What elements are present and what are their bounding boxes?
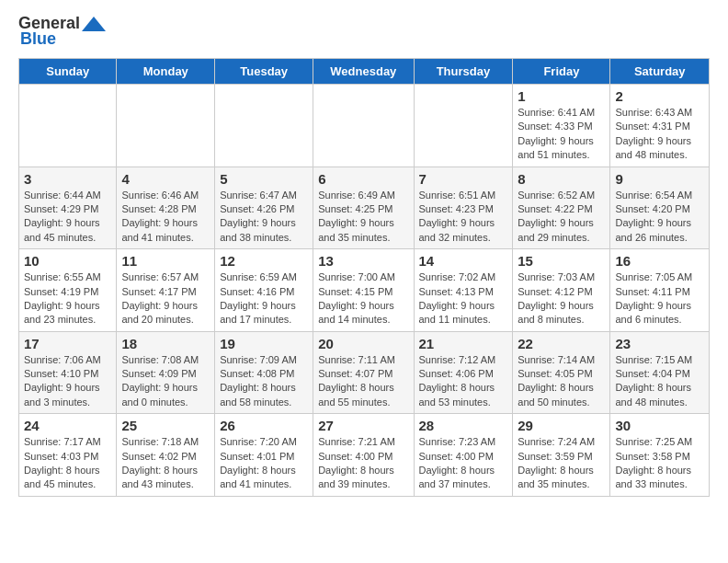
day-number: 4 bbox=[121, 171, 210, 187]
day-number: 18 bbox=[121, 336, 210, 351]
day-info: Sunrise: 7:17 AM Sunset: 4:03 PM Dayligh… bbox=[24, 435, 111, 492]
logo-blue-text: Blue bbox=[20, 29, 56, 49]
day-number: 16 bbox=[615, 253, 704, 269]
calendar-cell: 23Sunrise: 7:15 AM Sunset: 4:04 PM Dayli… bbox=[610, 331, 710, 414]
calendar-header-sunday: Sunday bbox=[19, 59, 117, 85]
calendar-cell bbox=[414, 85, 513, 167]
day-info: Sunrise: 7:11 AM Sunset: 4:07 PM Dayligh… bbox=[318, 353, 408, 410]
day-number: 12 bbox=[220, 253, 308, 269]
day-number: 10 bbox=[24, 253, 111, 269]
day-number: 27 bbox=[318, 418, 408, 433]
calendar-cell: 11Sunrise: 6:57 AM Sunset: 4:17 PM Dayli… bbox=[117, 249, 215, 332]
calendar-header-saturday: Saturday bbox=[610, 59, 710, 85]
calendar-cell: 12Sunrise: 6:59 AM Sunset: 4:16 PM Dayli… bbox=[215, 249, 313, 332]
page-container: General Blue SundayMondayTuesdayWednesda… bbox=[0, 0, 728, 511]
day-info: Sunrise: 7:25 AM Sunset: 3:58 PM Dayligh… bbox=[615, 435, 704, 492]
day-info: Sunrise: 6:54 AM Sunset: 4:20 PM Dayligh… bbox=[615, 189, 704, 246]
calendar-header-row: SundayMondayTuesdayWednesdayThursdayFrid… bbox=[19, 59, 710, 85]
day-info: Sunrise: 6:43 AM Sunset: 4:31 PM Dayligh… bbox=[615, 106, 704, 163]
day-info: Sunrise: 7:15 AM Sunset: 4:04 PM Dayligh… bbox=[615, 353, 704, 410]
day-info: Sunrise: 7:21 AM Sunset: 4:00 PM Dayligh… bbox=[318, 435, 408, 492]
calendar-cell bbox=[313, 85, 414, 167]
day-info: Sunrise: 7:08 AM Sunset: 4:09 PM Dayligh… bbox=[121, 353, 210, 410]
day-info: Sunrise: 6:51 AM Sunset: 4:23 PM Dayligh… bbox=[419, 189, 508, 246]
calendar-week-4: 24Sunrise: 7:17 AM Sunset: 4:03 PM Dayli… bbox=[19, 414, 710, 497]
day-info: Sunrise: 6:46 AM Sunset: 4:28 PM Dayligh… bbox=[121, 189, 210, 246]
day-info: Sunrise: 6:57 AM Sunset: 4:17 PM Dayligh… bbox=[121, 270, 210, 327]
day-number: 29 bbox=[518, 418, 605, 433]
day-info: Sunrise: 7:00 AM Sunset: 4:15 PM Dayligh… bbox=[318, 270, 408, 327]
day-info: Sunrise: 6:52 AM Sunset: 4:22 PM Dayligh… bbox=[518, 189, 605, 246]
day-info: Sunrise: 7:03 AM Sunset: 4:12 PM Dayligh… bbox=[518, 270, 605, 327]
day-info: Sunrise: 7:05 AM Sunset: 4:11 PM Dayligh… bbox=[615, 270, 704, 327]
calendar-cell: 18Sunrise: 7:08 AM Sunset: 4:09 PM Dayli… bbox=[117, 331, 215, 414]
calendar-cell: 26Sunrise: 7:20 AM Sunset: 4:01 PM Dayli… bbox=[215, 414, 313, 497]
day-number: 11 bbox=[121, 253, 210, 269]
calendar-header-tuesday: Tuesday bbox=[215, 59, 313, 85]
header-row: General Blue bbox=[18, 14, 710, 49]
day-number: 2 bbox=[615, 88, 704, 104]
day-info: Sunrise: 6:59 AM Sunset: 4:16 PM Dayligh… bbox=[220, 270, 308, 327]
day-info: Sunrise: 6:41 AM Sunset: 4:33 PM Dayligh… bbox=[518, 106, 605, 163]
calendar-cell: 19Sunrise: 7:09 AM Sunset: 4:08 PM Dayli… bbox=[215, 331, 313, 414]
day-info: Sunrise: 6:55 AM Sunset: 4:19 PM Dayligh… bbox=[24, 270, 111, 327]
day-number: 7 bbox=[419, 171, 508, 187]
svg-marker-0 bbox=[82, 17, 106, 31]
calendar-week-3: 17Sunrise: 7:06 AM Sunset: 4:10 PM Dayli… bbox=[19, 331, 710, 414]
day-number: 17 bbox=[24, 336, 111, 351]
calendar-cell: 4Sunrise: 6:46 AM Sunset: 4:28 PM Daylig… bbox=[117, 167, 215, 249]
calendar-cell: 2Sunrise: 6:43 AM Sunset: 4:31 PM Daylig… bbox=[610, 85, 710, 167]
day-info: Sunrise: 7:18 AM Sunset: 4:02 PM Dayligh… bbox=[121, 435, 210, 492]
calendar-cell: 5Sunrise: 6:47 AM Sunset: 4:26 PM Daylig… bbox=[215, 167, 313, 249]
calendar-header-thursday: Thursday bbox=[414, 59, 513, 85]
calendar-cell: 13Sunrise: 7:00 AM Sunset: 4:15 PM Dayli… bbox=[313, 249, 414, 332]
logo: General Blue bbox=[18, 14, 108, 49]
calendar-cell: 8Sunrise: 6:52 AM Sunset: 4:22 PM Daylig… bbox=[513, 167, 610, 249]
calendar-cell: 24Sunrise: 7:17 AM Sunset: 4:03 PM Dayli… bbox=[19, 414, 117, 497]
calendar-cell: 10Sunrise: 6:55 AM Sunset: 4:19 PM Dayli… bbox=[19, 249, 117, 332]
day-info: Sunrise: 7:23 AM Sunset: 4:00 PM Dayligh… bbox=[419, 435, 508, 492]
calendar-cell: 15Sunrise: 7:03 AM Sunset: 4:12 PM Dayli… bbox=[513, 249, 610, 332]
day-number: 14 bbox=[419, 253, 508, 269]
calendar-cell: 21Sunrise: 7:12 AM Sunset: 4:06 PM Dayli… bbox=[414, 331, 513, 414]
calendar-table: SundayMondayTuesdayWednesdayThursdayFrid… bbox=[18, 58, 710, 497]
day-info: Sunrise: 6:47 AM Sunset: 4:26 PM Dayligh… bbox=[220, 189, 308, 246]
day-number: 6 bbox=[318, 171, 408, 187]
calendar-cell: 14Sunrise: 7:02 AM Sunset: 4:13 PM Dayli… bbox=[414, 249, 513, 332]
calendar-cell: 6Sunrise: 6:49 AM Sunset: 4:25 PM Daylig… bbox=[313, 167, 414, 249]
day-info: Sunrise: 6:49 AM Sunset: 4:25 PM Dayligh… bbox=[318, 189, 408, 246]
day-number: 19 bbox=[220, 336, 308, 351]
day-number: 5 bbox=[220, 171, 308, 187]
calendar-cell bbox=[19, 85, 117, 167]
day-number: 20 bbox=[318, 336, 408, 351]
day-number: 25 bbox=[121, 418, 210, 433]
logo-icon bbox=[80, 15, 108, 33]
calendar-cell: 20Sunrise: 7:11 AM Sunset: 4:07 PM Dayli… bbox=[313, 331, 414, 414]
calendar-week-1: 3Sunrise: 6:44 AM Sunset: 4:29 PM Daylig… bbox=[19, 167, 710, 249]
day-info: Sunrise: 7:20 AM Sunset: 4:01 PM Dayligh… bbox=[220, 435, 308, 492]
day-number: 1 bbox=[518, 88, 605, 104]
calendar-cell bbox=[117, 85, 215, 167]
day-info: Sunrise: 6:44 AM Sunset: 4:29 PM Dayligh… bbox=[24, 189, 111, 246]
calendar-cell bbox=[215, 85, 313, 167]
day-info: Sunrise: 7:12 AM Sunset: 4:06 PM Dayligh… bbox=[419, 353, 508, 410]
calendar-cell: 30Sunrise: 7:25 AM Sunset: 3:58 PM Dayli… bbox=[610, 414, 710, 497]
calendar-week-0: 1Sunrise: 6:41 AM Sunset: 4:33 PM Daylig… bbox=[19, 85, 710, 167]
day-number: 30 bbox=[615, 418, 704, 433]
calendar-header-friday: Friday bbox=[513, 59, 610, 85]
day-number: 23 bbox=[615, 336, 704, 351]
day-info: Sunrise: 7:02 AM Sunset: 4:13 PM Dayligh… bbox=[419, 270, 508, 327]
day-info: Sunrise: 7:24 AM Sunset: 3:59 PM Dayligh… bbox=[518, 435, 605, 492]
calendar-week-2: 10Sunrise: 6:55 AM Sunset: 4:19 PM Dayli… bbox=[19, 249, 710, 332]
calendar-cell: 25Sunrise: 7:18 AM Sunset: 4:02 PM Dayli… bbox=[117, 414, 215, 497]
calendar-cell: 7Sunrise: 6:51 AM Sunset: 4:23 PM Daylig… bbox=[414, 167, 513, 249]
day-info: Sunrise: 7:09 AM Sunset: 4:08 PM Dayligh… bbox=[220, 353, 308, 410]
calendar-cell: 27Sunrise: 7:21 AM Sunset: 4:00 PM Dayli… bbox=[313, 414, 414, 497]
calendar-cell: 29Sunrise: 7:24 AM Sunset: 3:59 PM Dayli… bbox=[513, 414, 610, 497]
calendar-header-monday: Monday bbox=[117, 59, 215, 85]
calendar-cell: 3Sunrise: 6:44 AM Sunset: 4:29 PM Daylig… bbox=[19, 167, 117, 249]
day-number: 22 bbox=[518, 336, 605, 351]
day-number: 13 bbox=[318, 253, 408, 269]
day-number: 9 bbox=[615, 171, 704, 187]
calendar-header-wednesday: Wednesday bbox=[313, 59, 414, 85]
